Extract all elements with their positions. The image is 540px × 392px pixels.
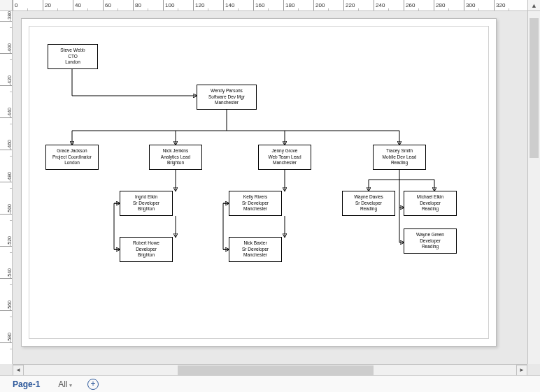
node-loc: Brighton [122,252,171,258]
scroll-track[interactable] [24,365,516,376]
ruler-horizontal: 0204060801001201401601802002202402602803… [13,0,527,11]
node-pc[interactable]: Grace Jackson Project Coordinator London [45,145,99,170]
node-loc: London [48,160,97,166]
node-d7[interactable]: Wayne Green Developer Reading [404,228,457,254]
node-name: Grace Jackson [48,148,97,154]
ruler-vertical: -380-400-420-440-460-480-500-520-540-560… [0,11,13,364]
node-loc: Reading [375,160,424,166]
tab-page-1[interactable]: Page-1 [10,378,43,391]
scrollbar-horizontal[interactable]: ◄ ► [13,364,527,375]
node-title: Mobile Dev Lead [375,154,424,160]
node-name: Nick Baxter [231,240,280,246]
node-name: Tracey Smith [375,148,424,154]
node-loc: Manchester [231,252,280,258]
scrollbar-thumb[interactable] [178,365,374,375]
node-loc: Reading [344,206,393,212]
node-loc: Reading [406,206,455,212]
node-loc: Manchester [260,160,309,166]
node-title: Project Coordinator [48,154,97,160]
node-title: CTO [50,54,96,59]
node-title: Sr Developer [231,201,280,206]
node-title: Software Dev Mgr [199,94,255,100]
node-al[interactable]: Nick Jenkins Analytics Lead Brighton [149,145,202,170]
node-d1[interactable]: Ingrid Elkin Sr Developer Brighton [120,191,173,216]
node-loc: London [50,59,96,65]
node-mdl[interactable]: Tracey Smith Mobile Dev Lead Reading [373,145,426,170]
scrollbar-vertical[interactable] [527,11,540,364]
node-d5[interactable]: Wayne Davies Sr Developer Reading [342,191,395,216]
node-title: Sr Developer [122,201,171,206]
page-margin [29,26,489,339]
node-title: Web Team Lead [260,154,309,160]
node-name: Steve Webb [50,48,96,53]
add-page-icon[interactable]: + [87,379,99,390]
node-d6[interactable]: Michael Elkin Developer Reading [404,191,457,216]
node-name: Nick Jenkins [151,148,200,154]
node-wtl[interactable]: Jenny Grove Web Team Lead Manchester [258,145,311,170]
node-loc: Brighton [151,160,200,166]
node-d4[interactable]: Nick Baxter Sr Developer Manchester [229,237,282,262]
node-name: Wayne Davies [344,194,393,200]
node-name: Michael Elkin [406,194,455,200]
node-title: Sr Developer [231,247,280,252]
canvas[interactable]: Steve Webb CTO London Wendy Parsons Soft… [13,11,527,364]
node-loc: Manchester [199,100,255,106]
ruler-corner [0,0,13,11]
node-loc: Brighton [122,206,171,212]
scrollbar-thumb[interactable] [530,18,539,158]
node-d3[interactable]: Kelly Rivers Sr Developer Manchester [229,191,282,216]
node-name: Robert Howe [122,240,171,246]
node-name: Kelly Rivers [231,194,280,200]
tab-all[interactable]: All [55,378,75,391]
node-title: Developer [406,201,455,206]
page-tabs: Page-1 All + [0,375,540,392]
node-cto[interactable]: Steve Webb CTO London [48,44,98,69]
node-title: Developer [406,238,455,244]
node-d2[interactable]: Robert Howe Developer Brighton [120,237,173,262]
node-loc: Reading [406,244,455,249]
node-title: Sr Developer [344,201,393,206]
node-name: Ingrid Elkin [122,194,171,200]
node-mgr[interactable]: Wendy Parsons Software Dev Mgr Mancheste… [197,85,257,110]
drawing-page[interactable]: Steve Webb CTO London Wendy Parsons Soft… [21,18,497,347]
node-title: Analytics Lead [151,154,200,160]
node-name: Jenny Grove [260,148,309,154]
node-title: Developer [122,247,171,252]
node-name: Wendy Parsons [199,88,255,94]
ruler-zoom-icon[interactable]: ▲ [527,0,540,11]
scroll-left-icon[interactable]: ◄ [13,365,24,376]
node-name: Wayne Green [406,232,455,238]
node-loc: Manchester [231,206,280,212]
scroll-right-icon[interactable]: ► [516,365,527,376]
